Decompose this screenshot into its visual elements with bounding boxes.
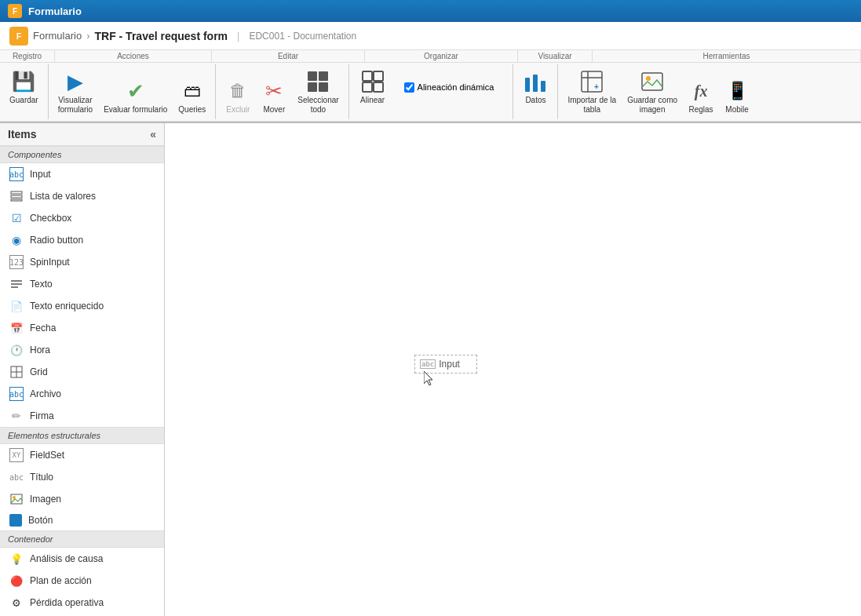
firma-label: Firma <box>30 410 54 421</box>
mover-button[interactable]: ✂ Mover <box>257 75 291 118</box>
datos-label: Datos <box>525 96 545 105</box>
visualizar-buttons: Datos <box>518 66 553 108</box>
queries-label: Queries <box>178 105 206 115</box>
registro-buttons: 💾 Guardar <box>5 66 43 108</box>
svg-rect-8 <box>525 78 530 92</box>
main-area: Items « Componentes abc Input Lista de v… <box>0 123 861 616</box>
alineacion-dinamica-input[interactable] <box>404 82 414 93</box>
left-panel-header: Items « <box>0 123 164 146</box>
imagen-icon <box>9 492 24 506</box>
alineacion-dinamica-checkbox[interactable]: Alineación dinámica <box>398 79 501 96</box>
item-plan-accion[interactable]: 🔴 Plan de acción <box>0 570 164 592</box>
queries-button[interactable]: 🗃 Queries <box>173 75 210 118</box>
form-breadcrumb-icon: F <box>9 27 28 46</box>
guardar-imagen-label: Guardar comoimagen <box>627 96 677 115</box>
item-analisis-causa[interactable]: 💡 Análisis de causa <box>0 548 164 570</box>
visualizar-formulario-button[interactable]: ▶ Visualizarformulario <box>53 66 97 118</box>
canvas-input-element[interactable]: abc Input <box>414 355 477 374</box>
spininput-label: SpinInput <box>30 257 70 268</box>
item-fieldset[interactable]: XY FieldSet <box>0 444 164 466</box>
group-label-acciones: Acciones <box>55 50 212 62</box>
editar-buttons: 🗑 Excluir ✂ Mover <box>221 66 343 118</box>
alinear-icon <box>360 69 385 94</box>
canvas-area[interactable]: abc Input <box>165 123 861 616</box>
breadcrumb-page-title: TRF - Travel request form <box>94 30 228 42</box>
cursor <box>424 371 435 389</box>
item-fecha[interactable]: 📅 Fecha <box>0 317 164 339</box>
checkbox-icon: ☑ <box>9 211 24 225</box>
guardar-button[interactable]: 💾 Guardar <box>5 66 43 108</box>
item-firma[interactable]: ✏ Firma <box>0 405 164 427</box>
plan-accion-icon: 🔴 <box>9 574 24 588</box>
app-icon: F <box>8 4 22 18</box>
group-label-editar: Editar <box>212 50 365 62</box>
boton-icon <box>9 514 22 527</box>
evaluar-formulario-button[interactable]: ✔ Evaluar formulario <box>99 75 172 118</box>
item-titulo[interactable]: abc Título <box>0 466 164 488</box>
excluir-button[interactable]: 🗑 Excluir <box>221 75 255 118</box>
guardar-icon: 💾 <box>11 69 36 94</box>
mobile-button[interactable]: 📱 Mobile <box>720 75 754 118</box>
checkbox-label: Checkbox <box>30 213 71 224</box>
guardar-imagen-button[interactable]: Guardar comoimagen <box>622 66 682 118</box>
reglas-button[interactable]: fx Reglas <box>684 75 718 118</box>
item-grid[interactable]: Grid <box>0 361 164 383</box>
item-boton[interactable]: Botón <box>0 510 164 530</box>
item-hora[interactable]: 🕐 Hora <box>0 339 164 361</box>
grid-icon <box>9 365 24 379</box>
perdida-operativa-label: Pérdida operativa <box>30 597 104 608</box>
svg-rect-10 <box>541 81 545 92</box>
item-archivo[interactable]: abc Archivo <box>0 383 164 405</box>
svg-rect-7 <box>374 82 383 92</box>
breadcrumb-formulario[interactable]: Formulario <box>33 30 82 42</box>
radio-button-icon: ◉ <box>9 233 24 247</box>
queries-icon: 🗃 <box>180 78 205 104</box>
svg-rect-15 <box>642 73 662 90</box>
item-spininput[interactable]: 123 SpinInput <box>0 251 164 273</box>
svg-rect-18 <box>11 195 22 198</box>
imagen-label: Imagen <box>30 494 61 505</box>
alinear-button[interactable]: Alinear <box>356 66 390 108</box>
texto-icon <box>9 277 24 291</box>
datos-button[interactable]: Datos <box>518 66 553 108</box>
analisis-causa-icon: 💡 <box>9 552 24 566</box>
hora-icon: 🕐 <box>9 343 24 357</box>
canvas-input-label: Input <box>439 359 460 370</box>
firma-icon: ✏ <box>9 409 24 423</box>
item-input[interactable]: abc Input <box>0 163 164 185</box>
titulo-label: Título <box>30 472 53 483</box>
datos-icon <box>523 69 548 94</box>
reglas-icon: fx <box>688 78 713 104</box>
toolbar-group-acciones: ▶ Visualizarformulario ✔ Evaluar formula… <box>49 64 217 119</box>
importar-tabla-button[interactable]: + Importar de latabla <box>563 66 621 118</box>
item-texto-enriquecido[interactable]: 📄 Texto enriquecido <box>0 295 164 317</box>
svg-rect-9 <box>533 75 538 92</box>
texto-enriquecido-icon: 📄 <box>9 299 24 313</box>
item-imagen[interactable]: Imagen <box>0 488 164 510</box>
toolbar: Registro Acciones Editar Organizar Visua… <box>0 50 861 123</box>
item-radio-button[interactable]: ◉ Radio button <box>0 229 164 251</box>
guardar-imagen-icon <box>640 69 665 94</box>
mover-label: Mover <box>263 105 285 115</box>
evaluar-formulario-icon: ✔ <box>123 78 148 104</box>
evaluar-formulario-label: Evaluar formulario <box>104 105 167 115</box>
item-checkbox[interactable]: ☑ Checkbox <box>0 207 164 229</box>
item-lista-valores[interactable]: Lista de valores <box>0 185 164 207</box>
reglas-label: Reglas <box>688 105 713 115</box>
svg-rect-1 <box>319 71 328 81</box>
input-icon: abc <box>9 167 24 181</box>
seleccionar-todo-label: Seleccionartodo <box>297 96 338 115</box>
collapse-button[interactable]: « <box>150 128 156 140</box>
archivo-label: Archivo <box>30 388 61 399</box>
group-label-herramientas: Herramientas <box>593 50 861 62</box>
fecha-label: Fecha <box>30 323 56 334</box>
item-texto[interactable]: Texto <box>0 273 164 295</box>
perdida-operativa-icon: ⚙ <box>9 596 24 610</box>
seleccionar-todo-button[interactable]: Seleccionartodo <box>293 66 343 118</box>
item-perdida-operativa[interactable]: ⚙ Pérdida operativa <box>0 592 164 614</box>
svg-point-16 <box>646 76 651 81</box>
toolbar-group-editar: 🗑 Excluir ✂ Mover <box>216 64 348 119</box>
herramientas-buttons: + Importar de latabla Guardar comoimagen <box>563 66 754 118</box>
excluir-label: Excluir <box>226 105 250 115</box>
grid-label: Grid <box>30 366 48 377</box>
